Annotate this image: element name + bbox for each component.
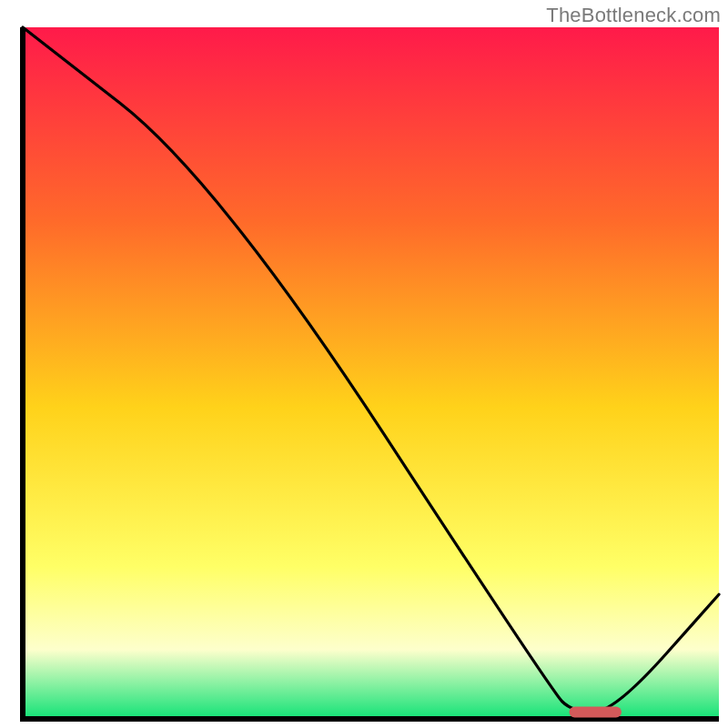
watermark-text: TheBottleneck.com: [546, 4, 721, 27]
chart-container: TheBottleneck.com: [0, 0, 728, 728]
chart-svg: [0, 0, 728, 728]
minimum-marker: [570, 706, 622, 717]
plot-background: [23, 27, 719, 719]
